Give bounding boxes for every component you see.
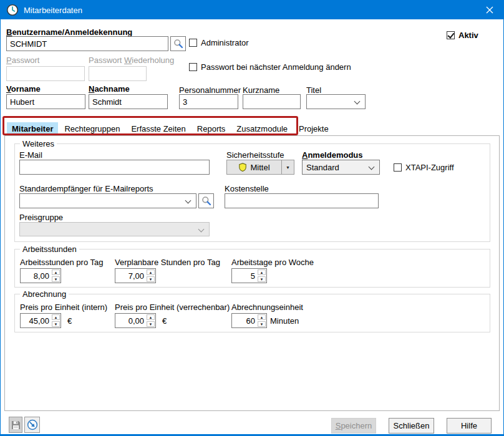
kostenstelle-input[interactable]: [225, 193, 379, 208]
tab-erfasste-zeiten[interactable]: Erfasste Zeiten: [126, 122, 190, 135]
preis-intern-currency: €: [67, 316, 72, 326]
preis-intern-spinner: ▲▼: [20, 313, 61, 328]
abrechnung-group-label: Abrechnung: [20, 289, 69, 299]
administrator-label: Administrator: [201, 38, 249, 47]
spin-up-button[interactable]: ▲: [52, 269, 60, 275]
arbeitstage-pro-woche-label: Arbeitstage pro Woche: [231, 258, 314, 267]
checkbox-box: [394, 163, 402, 172]
clock-icon: [6, 4, 19, 16]
preis-verrechenbar-spinner: ▲▼: [115, 313, 156, 328]
kurzname-input[interactable]: [243, 94, 301, 109]
empfaenger-dropdown[interactable]: [19, 193, 196, 208]
sicherheitsstufe-value: Mittel: [250, 163, 269, 172]
mitarbeiterdaten-dialog: Mitarbeiterdaten Benutzername/Anmeldeken…: [0, 0, 504, 436]
sicherheitsstufe-label: Sicherheitsstufe: [226, 150, 284, 160]
schliessen-button[interactable]: Schließen: [389, 418, 434, 434]
administrator-checkbox[interactable]: Administrator: [189, 38, 249, 47]
aktiv-checkbox[interactable]: Aktiv: [447, 31, 478, 40]
password-change-checkbox[interactable]: Passwort bei nächster Anmeldung ändern: [189, 62, 351, 72]
spin-down-button[interactable]: ▼: [52, 276, 60, 282]
tab-reports[interactable]: Reports: [192, 122, 231, 135]
checkbox-box: [189, 63, 197, 71]
arbeitsstunden-pro-tag-spinner: ▲▼: [20, 268, 61, 283]
arbeitsstunden-pro-tag-input[interactable]: [21, 269, 51, 283]
spin-up-button[interactable]: ▲: [258, 314, 266, 320]
aktiv-label: Aktiv: [458, 31, 478, 40]
window-title: Mitarbeiterdaten: [24, 6, 82, 15]
anmeldemodus-value: Standard: [306, 163, 339, 172]
spin-up-button[interactable]: ▲: [52, 314, 60, 320]
window-bottom-border: [1, 434, 503, 435]
tab-zusatzmodule[interactable]: Zusatzmodule: [231, 122, 293, 135]
hilfe-button[interactable]: Hilfe: [447, 418, 492, 434]
checkbox-box: [189, 39, 197, 47]
spin-up-button[interactable]: ▲: [147, 269, 155, 275]
password-input: [6, 66, 85, 81]
username-input[interactable]: [6, 36, 168, 51]
verplanbare-stunden-input[interactable]: [115, 269, 146, 283]
xtapi-label: XTAPI-Zugriff: [405, 163, 454, 172]
empfaenger-search-button[interactable]: [198, 193, 214, 208]
password-label: Passwort: [6, 56, 39, 65]
arbeitstage-pro-woche-input[interactable]: [232, 269, 257, 283]
checkbox-checked-box: [447, 31, 455, 39]
spin-down-button[interactable]: ▼: [258, 321, 266, 327]
tab-rechtegruppen[interactable]: Rechtegruppen: [59, 122, 125, 135]
preisgruppe-dropdown: [19, 222, 210, 236]
chevron-down-icon: [369, 164, 375, 170]
tab-mitarbeiter[interactable]: Mitarbeiter: [7, 122, 58, 135]
title-bar: Mitarbeiterdaten: [1, 1, 503, 19]
anmeldemodus-dropdown[interactable]: Standard: [302, 160, 380, 175]
xtapi-checkbox[interactable]: XTAPI-Zugriff: [394, 163, 454, 172]
kostenstelle-label: Kostenstelle: [225, 184, 269, 193]
floppy-disk-icon: [11, 420, 21, 430]
kurzname-label: Kurzname: [243, 85, 279, 95]
circular-arrow-icon: [27, 419, 38, 430]
preis-verrechenbar-currency: €: [162, 316, 167, 326]
titel-label: Titel: [306, 85, 321, 95]
save-tool-button[interactable]: [9, 417, 22, 433]
spin-up-button[interactable]: ▲: [147, 314, 155, 320]
spin-down-button[interactable]: ▼: [52, 321, 60, 327]
arbeitstage-pro-woche-spinner: ▲▼: [231, 268, 267, 283]
spin-up-button[interactable]: ▲: [258, 269, 266, 275]
magnifier-icon: [201, 196, 211, 206]
empfaenger-label: Standardempfänger für E-Mailreports: [19, 184, 153, 193]
abrechnungseinheit-spinner: ▲▼: [231, 313, 267, 328]
preis-intern-input[interactable]: [21, 314, 51, 327]
personalnummer-input[interactable]: [179, 94, 238, 109]
vorname-input[interactable]: [6, 94, 85, 109]
preis-verrechenbar-input[interactable]: [115, 314, 146, 327]
nachname-label: Nachname: [89, 84, 130, 94]
close-icon: [486, 6, 493, 14]
tab-projekte[interactable]: Projekte: [294, 122, 334, 135]
titel-dropdown[interactable]: [306, 94, 366, 109]
verplanbare-stunden-spinner: ▲▼: [115, 268, 156, 283]
shield-icon: [238, 163, 247, 172]
sicherheitsstufe-button[interactable]: Mittel: [226, 160, 282, 175]
abrechnungseinheit-input[interactable]: [232, 314, 257, 327]
weiteres-group-label: Weiteres: [20, 139, 57, 148]
spin-down-button[interactable]: ▼: [258, 276, 266, 282]
chevron-down-icon: [185, 198, 191, 204]
tab-strip: Mitarbeiter Rechtegruppen Erfasste Zeite…: [7, 122, 335, 135]
username-search-button[interactable]: [170, 36, 186, 51]
abrechnungseinheit-unit: Minuten: [270, 316, 299, 326]
close-button[interactable]: [475, 1, 503, 19]
spin-down-button[interactable]: ▼: [147, 321, 155, 327]
abrechnungseinheit-label: Abrechnungseinheit: [231, 303, 303, 312]
spin-down-button[interactable]: ▼: [147, 276, 155, 282]
anmeldemodus-label: Anmeldemodus: [302, 150, 363, 160]
sicherheitsstufe-dropdown-button[interactable]: ▼: [281, 160, 294, 175]
arbeitsstunden-pro-tag-label: Arbeitsstunden pro Tag: [20, 258, 103, 267]
username-label: Benutzername/Anmeldekennung: [6, 27, 132, 37]
password-repeat-input: [89, 66, 147, 81]
personalnummer-label: Personalnummer: [179, 85, 241, 95]
verplanbare-stunden-label: Verplanbare Stunden pro Tag: [115, 258, 220, 267]
apply-tool-button[interactable]: [24, 417, 40, 433]
speichern-button: Speichern: [331, 418, 376, 434]
preisgruppe-label: Preisgruppe: [19, 213, 63, 222]
magnifier-icon: [173, 39, 183, 49]
nachname-input[interactable]: [89, 94, 168, 109]
email-input[interactable]: [19, 160, 210, 175]
